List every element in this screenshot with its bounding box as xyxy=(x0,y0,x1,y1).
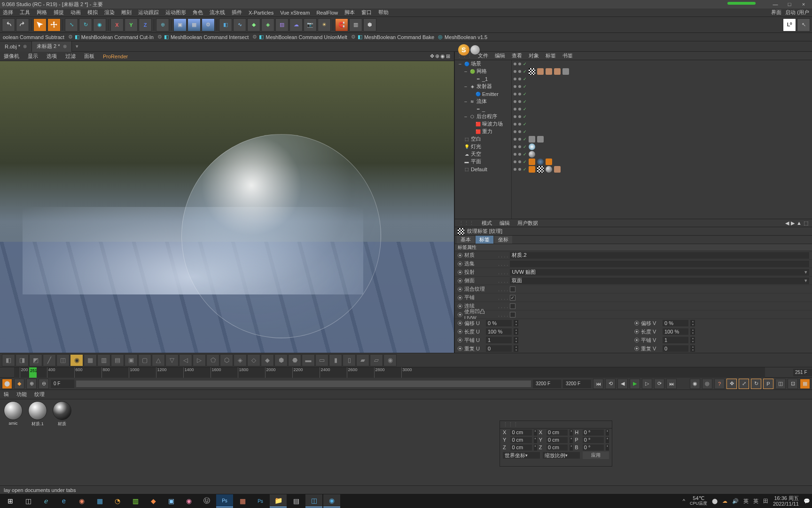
object-row[interactable]: −🔵场景 xyxy=(455,60,511,68)
anim-auto-btn[interactable]: ⊕ xyxy=(26,379,37,389)
object-vis-row[interactable]: ✓ xyxy=(512,143,812,151)
select-tool[interactable] xyxy=(33,18,47,32)
coord-value[interactable]: 0 cm xyxy=(510,429,531,436)
menu-item[interactable]: 选择 xyxy=(3,9,13,16)
checkbox[interactable] xyxy=(510,312,515,318)
object-vis-row[interactable]: ✓ xyxy=(512,60,812,68)
app-icon[interactable]: ▥ xyxy=(127,494,144,508)
key-toggle[interactable]: ◎ xyxy=(702,379,712,389)
close-icon[interactable]: ⊗ xyxy=(23,44,27,49)
coord-space-select[interactable]: 世界坐标 ▾ xyxy=(503,452,540,459)
x-axis-lock[interactable]: X xyxy=(110,18,124,32)
mode-btn[interactable]: ⬡ xyxy=(220,354,233,366)
om-menu[interactable]: 查看 xyxy=(512,52,522,59)
taskview-button[interactable]: ◫ xyxy=(20,494,37,508)
object-row[interactable]: 💡灯光 xyxy=(455,143,511,151)
coord-value[interactable]: 0 ° xyxy=(583,444,604,451)
object-row[interactable]: ⬚Default xyxy=(455,166,511,173)
app-icon[interactable]: ◫ xyxy=(305,494,322,508)
mode-btn[interactable]: ▰ xyxy=(356,354,369,366)
menu-item[interactable]: 帮助 xyxy=(378,9,389,16)
object-row[interactable]: −◈发射器 xyxy=(455,83,511,90)
mode-btn[interactable]: ▮ xyxy=(329,354,342,366)
attr-menu[interactable]: 编辑 xyxy=(500,220,510,227)
step-fwd[interactable]: ⟳ xyxy=(654,379,664,389)
uv-value[interactable]: 0 xyxy=(486,345,512,352)
app-icon[interactable]: ▦ xyxy=(234,494,251,508)
document-tab[interactable]: 未标题 2 *⊗ xyxy=(32,41,72,52)
mode-btn[interactable]: ◇ xyxy=(247,354,260,366)
grip-icon[interactable]: ⋮⋮⋮ xyxy=(459,220,474,226)
app-icon[interactable]: ◉ xyxy=(180,494,197,508)
mode-btn[interactable]: ⬣ xyxy=(288,354,301,366)
meshbool-intersect[interactable]: ⚙◧MeshBoolean Command Intersect xyxy=(157,34,249,40)
mode-btn[interactable]: ▦ xyxy=(84,354,97,366)
uv-value[interactable]: 0 xyxy=(663,345,688,352)
view-nav-icon[interactable]: ◉ xyxy=(440,53,445,59)
menu-item[interactable]: 动画 xyxy=(70,9,81,16)
nav-up-icon[interactable]: ▲ xyxy=(796,220,802,226)
rotate-tool[interactable]: ↻ xyxy=(79,18,92,32)
mode-btn[interactable]: ◈ xyxy=(234,354,247,366)
checkbox[interactable] xyxy=(510,286,515,292)
render-settings-button[interactable]: ⚙ xyxy=(202,18,215,32)
next-frame[interactable]: ▷ xyxy=(642,379,652,389)
coord-system[interactable]: ⊕ xyxy=(156,18,169,32)
menu-item[interactable]: 插件 xyxy=(232,9,242,16)
object-vis-row[interactable]: ✓ xyxy=(512,98,812,105)
ime-indicator[interactable]: 英 xyxy=(743,498,749,505)
light[interactable]: ☀ xyxy=(318,18,331,32)
object-row[interactable]: 🔵Emitter xyxy=(455,90,511,98)
mat-menu[interactable]: 功能 xyxy=(16,391,27,398)
uv-value[interactable]: 1 xyxy=(486,337,512,343)
view-menu-item[interactable]: 过滤 xyxy=(65,53,76,60)
anim-btn[interactable]: ⊖ xyxy=(39,379,49,389)
object-row[interactable]: ━_ xyxy=(455,105,511,113)
mode-btn[interactable]: ╱ xyxy=(43,354,56,366)
coord-value[interactable]: 0 cm xyxy=(547,444,568,451)
calc-icon[interactable]: ▦ xyxy=(91,494,108,508)
object-row[interactable]: 🟥噪波力场 xyxy=(455,120,511,128)
menu-item[interactable]: 模拟 xyxy=(87,9,98,16)
meshbool-unionmelt[interactable]: ⚙◧MeshBoolean Command UnionMelt xyxy=(252,34,347,40)
object-vis-row[interactable]: ✓ xyxy=(512,151,812,158)
uv-value[interactable]: 100 % xyxy=(663,328,688,335)
mode-btn[interactable]: ▢ xyxy=(138,354,151,366)
start-button[interactable]: ⊞ xyxy=(2,494,19,508)
coord-value[interactable]: 0 cm xyxy=(510,437,531,443)
ps-icon[interactable]: Ps xyxy=(216,494,233,508)
object-vis-row[interactable]: ✓ xyxy=(512,83,812,90)
object-vis-row[interactable]: ✓ xyxy=(512,158,812,166)
attr-value[interactable]: UVW 贴图 ▾ xyxy=(510,269,809,276)
range-slider[interactable] xyxy=(76,381,531,387)
meshbool-subtract[interactable]: oolean Command Subtract xyxy=(3,34,64,40)
mode-btn[interactable]: ▬ xyxy=(302,354,315,366)
redo-button[interactable] xyxy=(16,18,29,32)
mode-btn[interactable]: ◆ xyxy=(261,354,274,366)
material-item[interactable]: amic xyxy=(2,401,24,426)
menu-item[interactable]: 角色 xyxy=(193,9,203,16)
mode-btn[interactable]: ◉ xyxy=(383,354,397,366)
object-vis-row[interactable]: ✓ xyxy=(512,166,812,173)
scale-key[interactable]: ⤢ xyxy=(739,379,749,389)
coord-value[interactable]: 0 cm xyxy=(510,444,531,451)
app-icon[interactable]: ▤ xyxy=(288,494,304,508)
view-menu-item[interactable]: 面板 xyxy=(84,53,94,60)
play-button[interactable]: ▶ xyxy=(630,379,640,389)
menu-item[interactable]: X-Particles xyxy=(249,10,273,16)
menu-item[interactable]: 流水线 xyxy=(210,9,225,16)
checkbox[interactable]: ✓ xyxy=(510,295,515,301)
object-row[interactable]: ━_1 xyxy=(455,75,511,83)
y-axis-lock[interactable]: Y xyxy=(125,18,138,32)
key-toggle[interactable]: ◉ xyxy=(690,379,700,389)
attr-value[interactable]: 材质.2 xyxy=(510,252,809,259)
mode-btn[interactable]: ▯ xyxy=(343,354,356,366)
menu-item[interactable]: 运动图形 xyxy=(165,9,186,16)
spline-primitive[interactable]: ∿ xyxy=(233,18,246,32)
explorer-icon[interactable]: 📁 xyxy=(270,494,287,508)
attr-menu[interactable]: 用户数据 xyxy=(517,220,538,227)
mode-btn[interactable]: ▷ xyxy=(193,354,206,366)
viewport[interactable] xyxy=(0,61,454,353)
opt-btn[interactable]: ▦ xyxy=(800,379,810,389)
scale-mode-select[interactable]: 缩放比例 ▾ xyxy=(543,452,580,459)
